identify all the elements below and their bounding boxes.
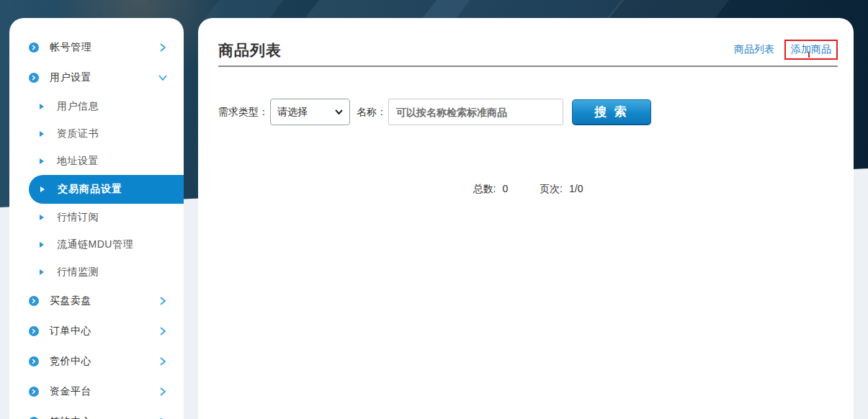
circle-chevron-icon xyxy=(29,73,39,83)
sidebar-item[interactable]: 签约中心 xyxy=(9,407,184,419)
triangle-bullet-icon xyxy=(40,104,44,109)
sidebar-item-label: 竞价中心 xyxy=(50,355,91,368)
name-label: 名称： xyxy=(357,106,387,119)
sidebar-item-label: 帐号管理 xyxy=(50,41,91,54)
sidebar-item[interactable]: 行情订阅 xyxy=(9,204,184,231)
search-button[interactable]: 搜 索 xyxy=(572,99,651,125)
chevron-right-icon xyxy=(158,356,168,366)
page-label: 页次: xyxy=(540,183,563,194)
triangle-bullet-icon xyxy=(40,186,45,192)
circle-chevron-icon xyxy=(29,356,39,366)
sidebar-item-label: 行情订阅 xyxy=(57,211,99,224)
sidebar-item-label: 资金平台 xyxy=(50,385,91,398)
pagination-stats: 总数:0 页次:1/0 xyxy=(218,183,838,196)
sidebar-item-label: 行情监测 xyxy=(57,266,99,279)
sidebar-item[interactable]: 资质证书 xyxy=(9,120,184,148)
demand-type-selected-value: 请选择 xyxy=(277,106,335,119)
sidebar-item[interactable]: 帐号管理 xyxy=(9,32,184,63)
triangle-bullet-icon xyxy=(40,269,44,275)
circle-chevron-icon xyxy=(29,326,39,336)
circle-chevron-icon xyxy=(29,296,39,306)
tab-add-product[interactable]: 添加商品 xyxy=(791,43,831,55)
chevron-down-icon xyxy=(158,73,168,83)
sidebar-item[interactable]: 用户信息 xyxy=(9,93,184,120)
demand-type-label: 需求类型： xyxy=(218,106,269,119)
sidebar-item[interactable]: 订单中心 xyxy=(9,316,184,346)
tab-product-list[interactable]: 商品列表 xyxy=(734,43,774,56)
sidebar-item[interactable]: 流通链MDU管理 xyxy=(9,231,184,258)
select-chevron-down-icon xyxy=(335,109,343,115)
triangle-bullet-icon xyxy=(40,242,44,248)
triangle-bullet-icon xyxy=(40,158,44,164)
annotation-caret xyxy=(808,53,810,58)
sidebar-item-label: 订单中心 xyxy=(50,325,91,338)
total-count: 总数:0 xyxy=(473,183,509,196)
triangle-bullet-icon xyxy=(40,215,44,220)
page-value: 1/0 xyxy=(569,183,583,194)
name-search-input[interactable] xyxy=(388,99,563,125)
page-title: 商品列表 xyxy=(218,40,282,61)
chevron-right-icon xyxy=(158,326,168,336)
chevron-right-icon xyxy=(158,42,168,53)
chevron-right-icon xyxy=(158,296,168,306)
header-divider xyxy=(218,66,838,67)
main-panel: 商品列表 商品列表 添加商品 需求类型： 请选择 名称： 搜 索 总数:0 页次… xyxy=(198,18,854,419)
sidebar-item[interactable]: 资金平台 xyxy=(9,377,184,407)
sidebar-item-label: 流通链MDU管理 xyxy=(57,238,133,251)
sidebar: 帐号管理 用户设置 用户信息 xyxy=(9,18,184,419)
sidebar-item[interactable]: 行情监测 xyxy=(9,258,184,286)
page-header: 商品列表 商品列表 添加商品 xyxy=(218,40,838,61)
filter-bar: 需求类型： 请选择 名称： 搜 索 xyxy=(218,99,838,125)
sidebar-item-label: 买盘卖盘 xyxy=(50,294,91,307)
sidebar-item-label: 用户信息 xyxy=(57,100,99,113)
sidebar-item-label: 资质证书 xyxy=(57,127,99,140)
sidebar-item-label: 地址设置 xyxy=(57,155,99,168)
sidebar-menu: 帐号管理 用户设置 用户信息 xyxy=(9,32,184,419)
circle-chevron-icon xyxy=(29,387,39,397)
triangle-bullet-icon xyxy=(40,131,44,137)
demand-type-select[interactable]: 请选择 xyxy=(270,99,350,125)
total-value: 0 xyxy=(502,183,508,194)
sidebar-item[interactable]: 交易商品设置 xyxy=(29,175,184,204)
chevron-right-icon xyxy=(158,387,168,397)
sidebar-item[interactable]: 地址设置 xyxy=(9,148,184,175)
sidebar-item-label: 签约中心 xyxy=(50,415,91,419)
annotation-red-box: 添加商品 xyxy=(784,40,838,60)
sidebar-item[interactable]: 竞价中心 xyxy=(9,346,184,377)
sidebar-item-label: 交易商品设置 xyxy=(58,183,122,196)
sidebar-item[interactable]: 用户设置 xyxy=(9,63,184,93)
header-links: 商品列表 添加商品 xyxy=(734,40,838,61)
page-count: 页次:1/0 xyxy=(540,183,583,196)
sidebar-item[interactable]: 买盘卖盘 xyxy=(9,286,184,316)
circle-chevron-icon xyxy=(29,42,39,53)
total-label: 总数: xyxy=(473,183,496,194)
sidebar-item-label: 用户设置 xyxy=(50,71,91,84)
